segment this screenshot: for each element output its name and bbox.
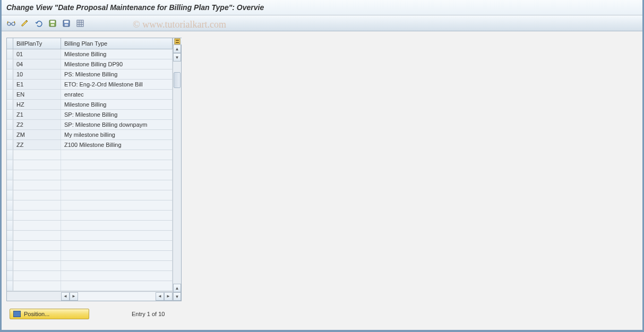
table-row-empty[interactable] bbox=[7, 200, 173, 211]
cell-desc[interactable] bbox=[61, 281, 173, 291]
cell-code[interactable] bbox=[13, 281, 61, 291]
cell-code[interactable] bbox=[13, 221, 61, 230]
cell-desc[interactable] bbox=[61, 190, 173, 200]
hscroll-left2-button[interactable]: ◄ bbox=[156, 292, 164, 301]
table-row-empty[interactable] bbox=[7, 271, 173, 281]
row-selector[interactable] bbox=[7, 100, 13, 109]
cell-code[interactable] bbox=[13, 211, 61, 220]
select-all-header[interactable] bbox=[7, 38, 13, 49]
row-selector[interactable] bbox=[7, 271, 13, 281]
vscroll-up2-button[interactable]: ▲ bbox=[173, 284, 181, 292]
table-row[interactable]: ZZZ100 Milestone Billing bbox=[7, 140, 173, 150]
row-selector[interactable] bbox=[7, 140, 13, 150]
table-config-button[interactable] bbox=[173, 38, 182, 45]
row-selector[interactable] bbox=[7, 231, 13, 240]
cell-desc[interactable] bbox=[61, 200, 173, 210]
row-selector[interactable] bbox=[7, 281, 13, 291]
cell-desc[interactable] bbox=[61, 150, 173, 160]
row-selector[interactable] bbox=[7, 180, 13, 190]
cell-code[interactable] bbox=[13, 200, 61, 210]
table-row[interactable]: Z2SP: Milestone Billing downpaym bbox=[7, 120, 173, 130]
table-row[interactable]: Z1SP: Milestone Billing bbox=[7, 110, 173, 120]
row-selector[interactable] bbox=[7, 49, 13, 59]
table-row[interactable]: 01Milestone Billing bbox=[7, 49, 173, 59]
cell-code[interactable] bbox=[13, 231, 61, 240]
edit-button[interactable] bbox=[19, 18, 31, 29]
cell-desc[interactable] bbox=[61, 211, 173, 220]
cell-code[interactable]: 01 bbox=[13, 49, 61, 59]
cell-desc[interactable] bbox=[61, 170, 173, 180]
save-variant-button[interactable] bbox=[61, 18, 72, 29]
table-row[interactable]: E1ETO: Eng-2-Ord Milestone Bill bbox=[7, 80, 173, 90]
cell-code[interactable]: E1 bbox=[13, 80, 61, 89]
cell-desc[interactable]: PS: Milestone Billing bbox=[61, 69, 173, 79]
cell-desc[interactable]: enratec bbox=[61, 90, 173, 99]
cell-code[interactable] bbox=[13, 251, 61, 260]
vscroll-down-button[interactable]: ▼ bbox=[173, 53, 181, 62]
table-row-empty[interactable] bbox=[7, 251, 173, 261]
table-row-empty[interactable] bbox=[7, 190, 173, 200]
cell-code[interactable]: 10 bbox=[13, 69, 61, 79]
cell-desc[interactable] bbox=[61, 271, 173, 281]
row-selector[interactable] bbox=[7, 241, 13, 250]
vscroll-down2-button[interactable]: ▼ bbox=[173, 292, 181, 301]
hscroll-track[interactable] bbox=[78, 292, 156, 301]
column-header-billing-plan-type[interactable]: Billing Plan Type bbox=[61, 38, 173, 49]
table-row[interactable]: HZMilestone Billing bbox=[7, 100, 173, 110]
vscroll-thumb[interactable] bbox=[174, 72, 181, 88]
cell-code[interactable]: Z1 bbox=[13, 110, 61, 119]
hscroll-left-button[interactable]: ◄ bbox=[61, 292, 70, 301]
cell-desc[interactable] bbox=[61, 251, 173, 260]
table-row-empty[interactable] bbox=[7, 170, 173, 180]
row-selector[interactable] bbox=[7, 170, 13, 180]
hscroll-right-button[interactable]: ► bbox=[70, 292, 78, 301]
table-row[interactable]: ENenratec bbox=[7, 90, 173, 100]
row-selector[interactable] bbox=[7, 190, 13, 200]
cell-code[interactable] bbox=[13, 261, 61, 270]
cell-desc[interactable] bbox=[61, 231, 173, 240]
cell-code[interactable]: ZZ bbox=[13, 140, 61, 150]
cell-desc[interactable] bbox=[61, 261, 173, 270]
vscroll-track[interactable] bbox=[173, 62, 181, 284]
cell-desc[interactable] bbox=[61, 221, 173, 230]
cell-code[interactable] bbox=[13, 170, 61, 180]
table-row-empty[interactable] bbox=[7, 241, 173, 251]
row-selector[interactable] bbox=[7, 59, 13, 69]
vscroll-up-button[interactable]: ▲ bbox=[173, 45, 181, 53]
cell-code[interactable] bbox=[13, 150, 61, 160]
row-selector[interactable] bbox=[7, 150, 13, 160]
table-row[interactable]: ZMMy milestone billing bbox=[7, 130, 173, 140]
table-row[interactable]: 04Milestone Billing DP90 bbox=[7, 59, 173, 69]
hscroll-right2-button[interactable]: ► bbox=[164, 292, 173, 301]
row-selector[interactable] bbox=[7, 80, 13, 89]
row-selector[interactable] bbox=[7, 251, 13, 260]
row-selector[interactable] bbox=[7, 261, 13, 270]
cell-code[interactable]: Z2 bbox=[13, 120, 61, 129]
cell-code[interactable]: 04 bbox=[13, 59, 61, 69]
toggle-display-button[interactable] bbox=[5, 18, 17, 29]
table-row-empty[interactable] bbox=[7, 281, 173, 291]
table-row-empty[interactable] bbox=[7, 150, 173, 160]
cell-desc[interactable]: SP: Milestone Billing bbox=[61, 110, 173, 119]
cell-code[interactable] bbox=[13, 180, 61, 190]
save-button[interactable] bbox=[47, 18, 58, 29]
row-selector[interactable] bbox=[7, 211, 13, 220]
row-selector[interactable] bbox=[7, 110, 13, 119]
cell-desc[interactable]: My milestone billing bbox=[61, 130, 173, 139]
undo-button[interactable] bbox=[33, 18, 45, 29]
cell-desc[interactable]: Milestone Billing DP90 bbox=[61, 59, 173, 69]
table-row-empty[interactable] bbox=[7, 261, 173, 271]
cell-code[interactable] bbox=[13, 190, 61, 200]
column-header-billplanty[interactable]: BillPlanTy bbox=[13, 38, 61, 49]
row-selector[interactable] bbox=[7, 120, 13, 129]
cell-code[interactable] bbox=[13, 271, 61, 281]
cell-code[interactable]: HZ bbox=[13, 100, 61, 109]
cell-code[interactable]: ZM bbox=[13, 130, 61, 139]
table-row[interactable]: 10PS: Milestone Billing bbox=[7, 69, 173, 80]
table-row-empty[interactable] bbox=[7, 211, 173, 221]
cell-code[interactable] bbox=[13, 241, 61, 250]
cell-desc[interactable]: SP: Milestone Billing downpaym bbox=[61, 120, 173, 129]
table-row-empty[interactable] bbox=[7, 221, 173, 231]
row-selector[interactable] bbox=[7, 130, 13, 139]
cell-code[interactable] bbox=[13, 160, 61, 170]
